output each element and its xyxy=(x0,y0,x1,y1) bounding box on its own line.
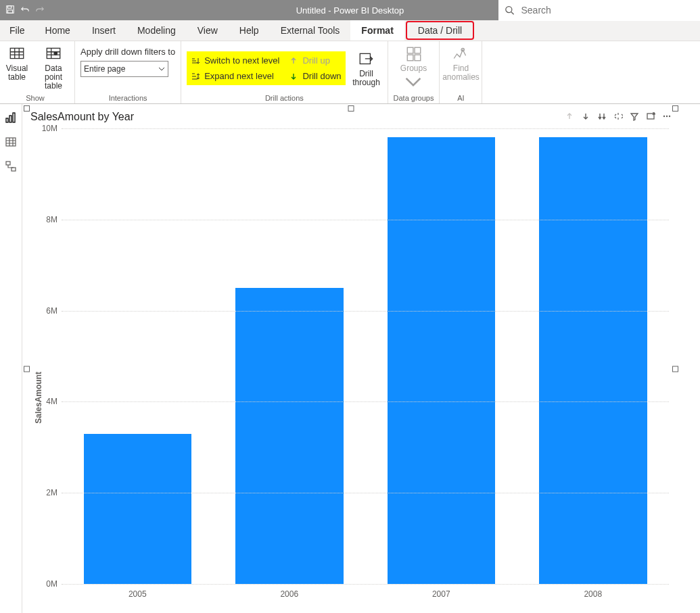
expand-all-icon[interactable] xyxy=(613,112,623,123)
tab-modeling[interactable]: Modeling xyxy=(126,20,187,41)
drill-up-button[interactable]: Drill up xyxy=(289,55,341,66)
main-area: SalesAmount by Year SalesAmount 0M2M4M6M… xyxy=(0,104,700,613)
gridline xyxy=(62,128,669,129)
y-tick-label: 6M xyxy=(46,306,62,316)
drill-down-button[interactable]: Drill down xyxy=(289,71,341,81)
gridline xyxy=(62,584,669,585)
tab-file[interactable]: File xyxy=(0,20,34,41)
svg-rect-10 xyxy=(407,55,413,61)
bar-slot xyxy=(517,137,670,584)
x-tick-label: 2006 xyxy=(280,589,298,599)
chevron-down-icon xyxy=(158,66,165,72)
bar-slot xyxy=(62,434,214,584)
groups-button: Groups xyxy=(398,44,429,93)
svg-rect-18 xyxy=(11,168,16,171)
ribbon-tabs: File Home Insert Modeling View Help Exte… xyxy=(0,20,700,41)
svg-rect-4 xyxy=(10,48,24,58)
y-tick-label: 8M xyxy=(46,215,62,224)
chart-plot: SalesAmount 0M2M4M6M8M10M200520062007200… xyxy=(26,128,676,613)
data-view-icon[interactable] xyxy=(4,135,18,149)
gridline xyxy=(62,401,669,402)
tab-help[interactable]: Help xyxy=(229,20,270,41)
visual-table-button[interactable]: Visual table xyxy=(1,44,32,82)
bar[interactable] xyxy=(388,137,496,584)
y-tick-label: 0M xyxy=(46,579,62,589)
group-interactions: Apply drill down filters to Entire page … xyxy=(75,41,181,103)
view-rail xyxy=(0,104,22,613)
find-anomalies-button: Find anomalies xyxy=(445,44,476,82)
drill-actions-highlight: Switch to next level Drill up Expand nex… xyxy=(187,51,345,85)
svg-point-3 xyxy=(506,7,512,13)
chart-action-bar xyxy=(565,112,672,123)
gridline xyxy=(62,311,669,312)
drill-down-icon[interactable] xyxy=(581,112,590,123)
more-options-icon[interactable] xyxy=(662,112,672,123)
bar-slot xyxy=(214,288,366,584)
search-box[interactable] xyxy=(498,0,700,21)
chevron-down-icon xyxy=(404,73,422,91)
svg-rect-14 xyxy=(9,116,11,122)
filter-icon[interactable] xyxy=(630,112,639,123)
model-view-icon[interactable] xyxy=(4,160,18,173)
svg-point-20 xyxy=(663,115,665,116)
drill-through-button[interactable]: Drill through xyxy=(351,49,382,87)
focus-mode-icon[interactable] xyxy=(646,112,655,123)
switch-next-level-button[interactable]: Switch to next level xyxy=(191,55,279,66)
x-tick-label: 2005 xyxy=(129,589,147,599)
next-level-icon[interactable] xyxy=(597,112,607,123)
group-ai: Find anomalies AI xyxy=(440,41,482,103)
tab-view[interactable]: View xyxy=(187,20,229,41)
svg-rect-5 xyxy=(47,48,60,58)
svg-rect-2 xyxy=(8,9,13,12)
bar[interactable] xyxy=(235,288,344,584)
svg-point-6 xyxy=(54,52,57,55)
redo-icon[interactable] xyxy=(35,5,45,16)
svg-point-22 xyxy=(669,115,670,116)
group-drill-actions: Switch to next level Drill up Expand nex… xyxy=(181,41,388,103)
svg-rect-9 xyxy=(415,47,421,53)
svg-rect-1 xyxy=(8,5,11,8)
svg-point-21 xyxy=(666,115,668,116)
chart-visual[interactable]: SalesAmount by Year SalesAmount 0M2M4M6M… xyxy=(26,108,676,613)
expand-next-level-button[interactable]: Expand next level xyxy=(191,71,279,81)
titlebar: Untitled - Power BI Desktop xyxy=(0,0,700,20)
ribbon: Visual table Data point table Show Apply… xyxy=(0,41,700,104)
y-tick-label: 2M xyxy=(46,488,62,497)
datapoint-table-button[interactable]: Data point table xyxy=(38,44,69,91)
tab-format[interactable]: Format xyxy=(350,20,404,41)
svg-rect-16 xyxy=(6,138,16,146)
chart-title: SalesAmount by Year xyxy=(30,111,134,123)
save-icon[interactable] xyxy=(5,5,15,16)
svg-rect-8 xyxy=(407,47,413,53)
tab-data-drill[interactable]: Data / Drill xyxy=(406,21,474,40)
bar[interactable] xyxy=(539,137,647,584)
search-icon xyxy=(505,5,514,16)
group-data-groups: Groups Data groups xyxy=(388,41,440,103)
y-tick-label: 4M xyxy=(46,397,62,406)
svg-rect-11 xyxy=(415,55,421,61)
group-show: Visual table Data point table Show xyxy=(0,41,75,103)
svg-rect-17 xyxy=(6,162,10,165)
bar[interactable] xyxy=(84,434,192,584)
apply-drill-select[interactable]: Entire page xyxy=(80,61,168,77)
search-input[interactable] xyxy=(519,4,694,16)
tab-home[interactable]: Home xyxy=(34,20,81,41)
svg-rect-13 xyxy=(6,118,8,122)
x-tick-label: 2008 xyxy=(584,589,602,599)
apply-drill-label: Apply drill down filters to xyxy=(80,47,175,57)
y-tick-label: 10M xyxy=(42,124,62,133)
y-axis-title: SalesAmount xyxy=(34,372,43,424)
undo-icon[interactable] xyxy=(20,5,30,16)
x-tick-label: 2007 xyxy=(432,589,450,599)
svg-rect-15 xyxy=(13,113,15,122)
gridline xyxy=(62,220,669,220)
gridline xyxy=(62,493,669,493)
report-view-icon[interactable] xyxy=(4,111,18,124)
drill-up-icon[interactable] xyxy=(565,112,574,123)
report-canvas[interactable]: SalesAmount by Year SalesAmount 0M2M4M6M… xyxy=(22,104,700,613)
bar-slot xyxy=(365,137,517,584)
tab-insert[interactable]: Insert xyxy=(81,20,126,41)
tab-external-tools[interactable]: External Tools xyxy=(270,20,351,41)
